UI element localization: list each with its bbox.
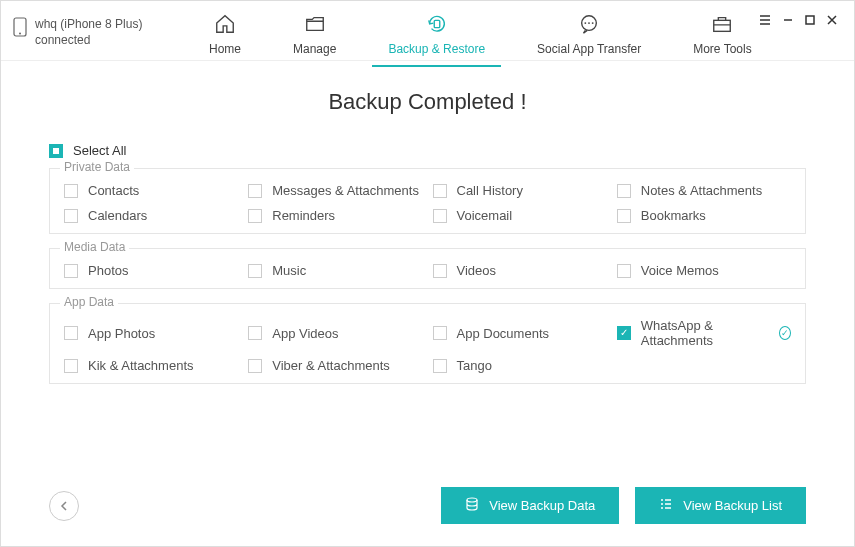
svg-point-1 [19,33,21,35]
checkbox[interactable] [617,264,631,278]
back-button[interactable] [49,491,79,521]
opt-label: Contacts [88,183,139,198]
opt-label: Voicemail [457,208,513,223]
opt-label: App Photos [88,326,155,341]
phone-icon [13,17,27,40]
group-private-data: Private Data Contacts Messages & Attachm… [49,168,806,234]
maximize-icon[interactable] [804,14,816,29]
opt-label: Call History [457,183,523,198]
checkbox[interactable] [248,209,262,223]
minimize-icon[interactable] [782,14,794,29]
stack-icon [465,497,479,514]
checkbox[interactable] [64,326,78,340]
device-info: whq (iPhone 8 Plus) connected [13,9,183,48]
checkbox[interactable] [433,209,447,223]
select-all-row[interactable]: Select All [49,143,806,158]
checkbox[interactable] [64,184,78,198]
list-icon [659,497,673,514]
checkbox[interactable] [64,359,78,373]
checkbox[interactable] [248,326,262,340]
nav-social[interactable]: Social App Transfer [531,9,647,66]
checkbox[interactable] [433,264,447,278]
folder-icon [303,13,327,38]
nav-manage-label: Manage [293,42,336,56]
opt-calendars[interactable]: Calendars [64,208,238,223]
opt-videos[interactable]: Videos [433,263,607,278]
opt-viber[interactable]: Viber & Attachments [248,358,422,373]
opt-bookmarks[interactable]: Bookmarks [617,208,791,223]
close-icon[interactable] [826,14,838,29]
chat-icon [577,13,601,38]
opt-label: Music [272,263,306,278]
opt-music[interactable]: Music [248,263,422,278]
opt-call-history[interactable]: Call History [433,183,607,198]
opt-tango[interactable]: Tango [433,358,607,373]
checkbox[interactable] [64,264,78,278]
opt-contacts[interactable]: Contacts [64,183,238,198]
view-backup-data-button[interactable]: View Backup Data [441,487,619,524]
opt-app-photos[interactable]: App Photos [64,318,238,348]
checkbox[interactable] [433,184,447,198]
nav-manage[interactable]: Manage [287,9,342,66]
home-icon [213,13,237,38]
device-status: connected [35,33,142,49]
opt-app-documents[interactable]: App Documents [433,318,607,348]
opt-reminders[interactable]: Reminders [248,208,422,223]
svg-point-9 [467,498,477,502]
svg-rect-8 [806,16,814,24]
main-content: Backup Completed ! Select All Private Da… [1,61,854,408]
checkbox[interactable] [248,184,262,198]
opt-voicemail[interactable]: Voicemail [433,208,607,223]
opt-whatsapp[interactable]: WhatsApp & Attachments [617,318,791,348]
select-all-label: Select All [73,143,126,158]
group-media-data: Media Data Photos Music Videos Voice Mem… [49,248,806,289]
group-label: Media Data [60,240,129,254]
nav-backup-restore[interactable]: Backup & Restore [382,9,491,66]
checkbox[interactable] [433,326,447,340]
checkbox[interactable] [248,359,262,373]
nav-home[interactable]: Home [203,9,247,66]
toolbox-icon [710,13,734,38]
app-header: whq (iPhone 8 Plus) connected Home Manag… [1,1,854,61]
main-nav: Home Manage Backup & Restore Social App … [183,9,758,66]
checkbox[interactable] [64,209,78,223]
opt-label: Voice Memos [641,263,719,278]
checkbox[interactable] [617,184,631,198]
opt-messages[interactable]: Messages & Attachments [248,183,422,198]
page-title: Backup Completed ! [49,89,806,115]
device-name: whq (iPhone 8 Plus) [35,17,142,33]
group-label: Private Data [60,160,134,174]
opt-app-videos[interactable]: App Videos [248,318,422,348]
nav-more-label: More Tools [693,42,751,56]
svg-rect-7 [714,20,731,31]
button-label: View Backup List [683,498,782,513]
opt-label: Tango [457,358,492,373]
checkbox[interactable] [433,359,447,373]
opt-kik[interactable]: Kik & Attachments [64,358,238,373]
checkbox[interactable] [248,264,262,278]
svg-rect-2 [434,20,440,27]
svg-point-4 [585,22,587,24]
svg-point-5 [588,22,590,24]
view-backup-list-button[interactable]: View Backup List [635,487,806,524]
opt-label: WhatsApp & Attachments [641,318,765,348]
opt-label: Photos [88,263,128,278]
checkbox[interactable] [617,209,631,223]
window-controls [758,9,842,30]
select-all-checkbox[interactable] [49,144,63,158]
nav-home-label: Home [209,42,241,56]
menu-icon[interactable] [758,13,772,30]
opt-notes[interactable]: Notes & Attachments [617,183,791,198]
checkbox[interactable] [617,326,631,340]
opt-label: App Videos [272,326,338,341]
opt-label: Messages & Attachments [272,183,419,198]
nav-social-label: Social App Transfer [537,42,641,56]
chevron-left-icon [59,501,69,511]
opt-label: Videos [457,263,497,278]
opt-voice-memos[interactable]: Voice Memos [617,263,791,278]
opt-photos[interactable]: Photos [64,263,238,278]
group-label: App Data [60,295,118,309]
button-label: View Backup Data [489,498,595,513]
nav-more-tools[interactable]: More Tools [687,9,757,66]
opt-label: App Documents [457,326,550,341]
